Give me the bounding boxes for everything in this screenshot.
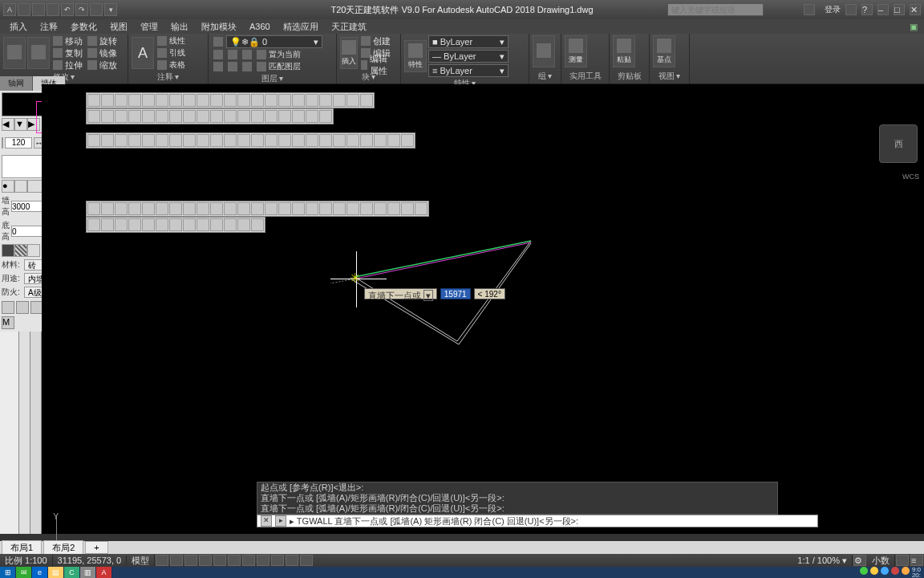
status-osnap-icon[interactable] [213, 555, 226, 566]
status-ortho-icon[interactable] [184, 555, 197, 566]
dim-linear-button[interactable]: 线性 [156, 35, 187, 47]
layer-iso-button[interactable] [212, 49, 225, 60]
taskbar-app1-icon[interactable]: C [64, 567, 80, 578]
ltool-2[interactable] [16, 301, 29, 314]
wall-tool-2[interactable]: ▼ [14, 118, 27, 131]
status-units[interactable]: 小数 [867, 555, 895, 567]
left-width-input[interactable] [5, 137, 32, 149]
layout-tab-1[interactable]: 布局1 [2, 540, 42, 556]
menu-tangent[interactable]: 天正建筑 [325, 21, 373, 33]
panel-layers-title[interactable]: 图层 ▾ [212, 72, 333, 84]
tray-icon-4[interactable] [891, 567, 899, 575]
copy-button[interactable]: 复制 [51, 47, 84, 59]
hatch-3[interactable] [27, 244, 40, 257]
linetype-combo[interactable]: — ByLayer▾ [428, 50, 509, 63]
panel-annotation-title[interactable]: 注释 ▾ [132, 71, 205, 83]
create-block-button[interactable]: 创建 [359, 35, 397, 47]
layer-combo[interactable]: 💡❄🔒 0▾ [226, 35, 322, 48]
panel-clipboard-title[interactable]: 剪贴板 [613, 70, 646, 82]
panel-view-title[interactable]: 视图 ▾ [653, 70, 686, 82]
menu-annotate[interactable]: 注释 [34, 21, 64, 33]
status-snap-icon[interactable] [170, 555, 183, 566]
close-button[interactable]: ✕ [910, 4, 921, 15]
menu-view[interactable]: 视图 [103, 21, 134, 33]
qat-save-icon[interactable] [47, 3, 59, 16]
edit-attr-button[interactable]: 编辑属性 [359, 59, 397, 71]
command-line[interactable]: ✕ ▸ ▸ TGWALL 直墙下一点或 [弧墙(A) 矩形画墙(R) 闭合(C)… [257, 515, 818, 527]
insert-block-button[interactable]: 插入 [340, 37, 358, 69]
status-polar-icon[interactable] [199, 555, 212, 566]
move-button[interactable]: 移动 [51, 35, 84, 47]
mirror-button[interactable]: 镜像 [86, 47, 119, 59]
taskbar-edge-icon[interactable]: e [32, 567, 48, 578]
text-button[interactable]: A [132, 37, 154, 69]
taskbar-wechat-icon[interactable]: ✉ [16, 567, 32, 578]
lineweight-combo[interactable]: ≡ ByLayer▾ [428, 64, 509, 77]
taskbar-autocad-icon[interactable]: A [96, 567, 112, 578]
dyn-distance-input[interactable]: 15971 [440, 288, 471, 299]
wall-tool-1[interactable]: ◀ [2, 118, 14, 131]
taskbar-explorer-icon[interactable]: ▤ [48, 567, 64, 578]
qat-print-icon[interactable] [90, 3, 103, 16]
menu-a360[interactable]: A360 [243, 22, 277, 31]
layout-tab-2[interactable]: 布局2 [43, 540, 83, 556]
stretch-button[interactable]: 拉伸 [51, 59, 84, 71]
status-fullscreen-icon[interactable] [896, 555, 909, 566]
infocenter-icon[interactable] [804, 4, 815, 15]
layer-match-button[interactable] [212, 61, 225, 72]
status-space[interactable]: 模型 [127, 555, 155, 567]
menu-parametric[interactable]: 参数化 [64, 21, 103, 33]
qat-drop-icon[interactable]: ▾ [104, 3, 117, 16]
qat-app-icon[interactable]: A [3, 3, 16, 16]
status-customize-icon[interactable]: ≡ [910, 555, 923, 566]
tray-icon-5[interactable] [902, 567, 910, 575]
status-gear-icon[interactable]: ⚙ [853, 555, 866, 566]
drawing-canvas[interactable]: ✳ 直墙下一点或 ▾ 15971 < 192° 西 WCS Y X ✕ 起点或 … [42, 84, 924, 534]
layer-walk-button[interactable] [241, 61, 253, 72]
status-scale[interactable]: 比例 1:100 [0, 555, 53, 567]
login-button[interactable]: 登录 [825, 4, 841, 15]
panel-utilities-title[interactable]: 实用工具 [565, 70, 606, 82]
cmdline-opts-icon[interactable]: ▸ [275, 515, 286, 527]
status-zoom[interactable]: 1:1 / 100% ▾ [792, 556, 853, 566]
menu-expand-icon[interactable]: ▣ [903, 22, 924, 32]
paste-button[interactable]: 粘贴 [613, 35, 635, 67]
start-button[interactable]: ⊞ [0, 567, 16, 578]
menu-output[interactable]: 输出 [164, 21, 195, 33]
help-icon[interactable]: ? [861, 4, 873, 15]
ltool-6[interactable]: M [2, 316, 14, 329]
status-lwt-icon[interactable] [257, 555, 270, 566]
properties-button[interactable]: 特性 [404, 40, 427, 72]
minimize-button[interactable]: – [877, 4, 889, 15]
maximize-button[interactable]: □ [894, 4, 905, 15]
hatch-2[interactable] [14, 244, 27, 257]
status-cycle-icon[interactable] [286, 555, 298, 566]
color-combo[interactable]: ■ ByLayer▾ [428, 35, 509, 48]
panel-group-title[interactable]: 组 ▾ [533, 70, 557, 82]
polyline-button[interactable] [27, 37, 50, 69]
width-lock-icon[interactable] [2, 137, 3, 149]
taskbar-app2-icon[interactable]: ▥ [80, 567, 96, 578]
cmdline-close-icon[interactable]: ✕ [261, 515, 272, 527]
viewcube[interactable]: 西 [879, 124, 918, 163]
status-anno-icon[interactable] [300, 555, 313, 566]
line-button[interactable] [3, 37, 26, 69]
status-3dosnap-icon[interactable] [228, 555, 241, 566]
panel-block-title[interactable]: 块 ▾ [340, 71, 397, 83]
help-search-input[interactable] [667, 3, 764, 16]
status-otrack-icon[interactable] [242, 555, 255, 566]
dim-table-button[interactable]: 表格 [156, 59, 187, 71]
menu-manage[interactable]: 管理 [134, 21, 164, 33]
qat-undo-icon[interactable]: ↶ [61, 3, 74, 16]
layer-make-current-button[interactable]: 置为当前 [255, 49, 302, 60]
layer-off-button[interactable] [226, 49, 239, 60]
preset-add[interactable]: ● [2, 180, 14, 193]
layout-tab-add[interactable]: + [85, 541, 107, 554]
qat-redo-icon[interactable]: ↷ [75, 3, 88, 16]
measure-button[interactable]: 测量 [565, 35, 587, 67]
tray-icon-3[interactable] [881, 567, 889, 575]
exchange-icon[interactable] [845, 4, 857, 15]
layer-match2-button[interactable]: 匹配图层 [255, 61, 302, 72]
status-transparency-icon[interactable] [271, 555, 284, 566]
hatch-1[interactable] [2, 244, 14, 257]
